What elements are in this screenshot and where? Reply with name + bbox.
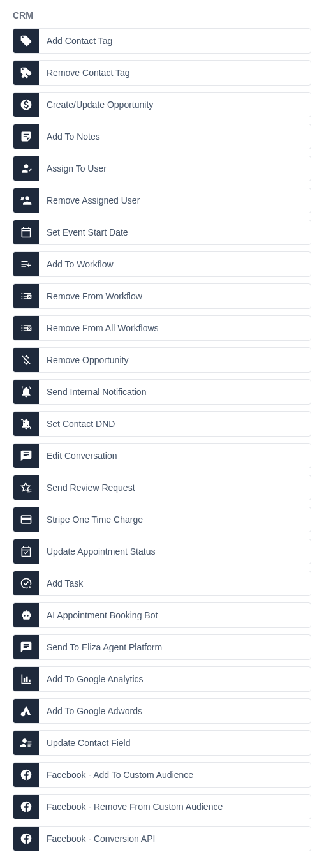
action-label: Remove From All Workflows [39, 316, 159, 340]
facebook-icon [13, 795, 39, 819]
action-label: Remove Opportunity [39, 348, 128, 372]
note-icon [13, 124, 39, 149]
action-label: Assign To User [39, 156, 107, 181]
action-edit-conversation[interactable]: Edit Conversation [13, 443, 311, 468]
action-add-to-notes[interactable]: Add To Notes [13, 124, 311, 149]
action-send-review-request[interactable]: Send Review Request [13, 475, 311, 500]
dollar-remove-icon [13, 348, 39, 372]
bell-icon [13, 380, 39, 404]
action-update-contact-field[interactable]: Update Contact Field [13, 730, 311, 756]
action-label: Facebook - Conversion API [39, 827, 155, 851]
user-remove-icon [13, 188, 39, 213]
action-set-event-start-date[interactable]: Set Event Start Date [13, 220, 311, 245]
action-send-to-eliza-agent-platform[interactable]: Send To Eliza Agent Platform [13, 634, 311, 660]
action-stripe-one-time-charge[interactable]: Stripe One Time Charge [13, 507, 311, 532]
action-remove-contact-tag[interactable]: Remove Contact Tag [13, 60, 311, 86]
credit-card-icon [13, 507, 39, 532]
action-label: Add Task [39, 571, 83, 595]
action-ai-appointment-booking-bot[interactable]: AI Appointment Booking Bot [13, 602, 311, 628]
action-label: Remove Contact Tag [39, 61, 129, 85]
action-label: Facebook - Remove From Custom Audience [39, 795, 223, 819]
action-label: Facebook - Add To Custom Audience [39, 763, 193, 787]
action-add-contact-tag[interactable]: Add Contact Tag [13, 28, 311, 54]
action-send-internal-notification[interactable]: Send Internal Notification [13, 379, 311, 405]
list-remove-icon [13, 316, 39, 340]
action-remove-from-all-workflows[interactable]: Remove From All Workflows [13, 315, 311, 341]
action-facebook-conversion-api[interactable]: Facebook - Conversion API [13, 826, 311, 851]
tag-icon [13, 29, 39, 53]
chat-icon [13, 635, 39, 659]
action-add-to-google-analytics[interactable]: Add To Google Analytics [13, 666, 311, 692]
bell-slash-icon [13, 412, 39, 436]
action-label: Add To Google Analytics [39, 667, 144, 691]
action-label: Remove Assigned User [39, 188, 140, 213]
adwords-icon [13, 699, 39, 723]
action-label: Set Event Start Date [39, 220, 128, 244]
action-label: Add To Notes [39, 124, 100, 149]
analytics-icon [13, 667, 39, 691]
action-label: Edit Conversation [39, 444, 117, 468]
calendar-check-icon [13, 539, 39, 564]
action-label: Add To Google Adwords [39, 699, 142, 723]
action-label: AI Appointment Booking Bot [39, 603, 158, 627]
action-label: Add Contact Tag [39, 29, 112, 53]
list-add-icon [13, 252, 39, 276]
action-add-task[interactable]: Add Task [13, 571, 311, 596]
user-list-icon [13, 731, 39, 755]
action-create-update-opportunity[interactable]: Create/Update Opportunity [13, 92, 311, 117]
action-label: Send Internal Notification [39, 380, 146, 404]
action-label: Update Contact Field [39, 731, 131, 755]
action-assign-to-user[interactable]: Assign To User [13, 156, 311, 181]
facebook-icon [13, 827, 39, 851]
user-check-icon [13, 156, 39, 181]
list-remove-icon [13, 284, 39, 308]
action-facebook-add-to-custom-audience[interactable]: Facebook - Add To Custom Audience [13, 762, 311, 788]
action-label: Update Appointment Status [39, 539, 155, 564]
action-label: Stripe One Time Charge [39, 507, 143, 532]
task-add-icon [13, 571, 39, 595]
tag-remove-icon [13, 61, 39, 85]
robot-icon [13, 603, 39, 627]
action-update-appointment-status[interactable]: Update Appointment Status [13, 539, 311, 564]
action-label: Add To Workflow [39, 252, 114, 276]
action-label: Send Review Request [39, 475, 135, 500]
action-set-contact-dnd[interactable]: Set Contact DND [13, 411, 311, 437]
action-remove-assigned-user[interactable]: Remove Assigned User [13, 188, 311, 213]
conversation-icon [13, 444, 39, 468]
section-title: CRM [13, 10, 311, 20]
action-facebook-remove-from-custom-audience[interactable]: Facebook - Remove From Custom Audience [13, 794, 311, 819]
star-list-icon [13, 475, 39, 500]
action-label: Remove From Workflow [39, 284, 142, 308]
action-add-to-workflow[interactable]: Add To Workflow [13, 251, 311, 277]
action-remove-from-workflow[interactable]: Remove From Workflow [13, 283, 311, 309]
calendar-icon [13, 220, 39, 244]
crm-action-list: Add Contact TagRemove Contact TagCreate/… [13, 28, 311, 851]
action-add-to-google-adwords[interactable]: Add To Google Adwords [13, 698, 311, 724]
dollar-circle-icon [13, 93, 39, 117]
facebook-icon [13, 763, 39, 787]
action-label: Create/Update Opportunity [39, 93, 153, 117]
action-label: Send To Eliza Agent Platform [39, 635, 162, 659]
action-label: Set Contact DND [39, 412, 115, 436]
action-remove-opportunity[interactable]: Remove Opportunity [13, 347, 311, 373]
